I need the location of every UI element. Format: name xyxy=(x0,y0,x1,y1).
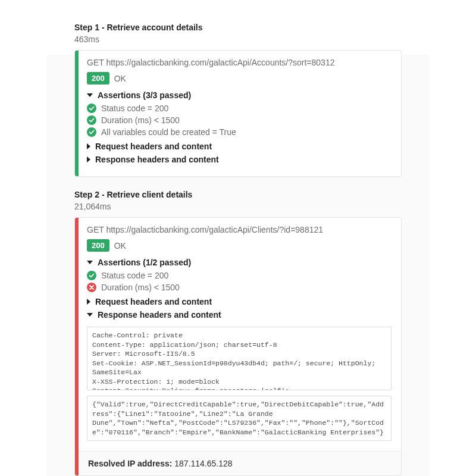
chevron-down-icon xyxy=(87,261,93,264)
request-headers-toggle[interactable]: Request headers and content xyxy=(87,142,392,151)
step-2-card: GET https://galacticbanking.com/galactic… xyxy=(74,217,402,476)
assertion-text: Status code = 200 xyxy=(101,271,168,280)
resolved-ip-row: Resolved IP address: 187.114.65.128 xyxy=(79,451,401,475)
resolved-ip-label: Resolved IP address: xyxy=(88,459,172,468)
assertion-row: Duration (ms) < 1500 xyxy=(87,283,392,292)
request-headers-label: Request headers and content xyxy=(95,297,212,306)
step-2-card-inner: GET https://galacticbanking.com/galactic… xyxy=(75,218,401,475)
content: Step 1 - Retrieve account details 463ms … xyxy=(0,23,476,476)
step-1-duration: 463ms xyxy=(74,35,402,44)
step-1-card-inner: GET https://galacticbanking.com/galactic… xyxy=(75,51,401,176)
chevron-right-icon xyxy=(87,299,90,305)
step-1-request-line: GET https://galacticbanking.com/galactic… xyxy=(87,58,392,67)
step-2-title: Step 2 - Retrieve client details xyxy=(74,190,402,199)
response-headers-label: Response headers and content xyxy=(95,155,219,164)
response-body-textbox[interactable] xyxy=(87,396,392,441)
step-2-status-row: 200 OK xyxy=(87,239,392,252)
step-1-card: GET https://galacticbanking.com/galactic… xyxy=(74,50,402,177)
assertion-text: Duration (ms) < 1500 xyxy=(101,115,180,125)
check-icon xyxy=(87,271,96,280)
assertion-text: All variables could be created = True xyxy=(101,127,236,137)
assertions-header-label: Assertions (3/3 passed) xyxy=(98,90,191,100)
request-headers-toggle[interactable]: Request headers and content xyxy=(87,297,392,306)
assertions-header-label: Assertions (1/2 passed) xyxy=(98,258,191,267)
chevron-down-icon xyxy=(87,93,93,97)
status-text: OK xyxy=(114,74,126,83)
assertion-row: Status code = 200 xyxy=(87,271,392,280)
assertion-row: Duration (ms) < 1500 xyxy=(87,115,392,125)
resolved-ip-value: 187.114.65.128 xyxy=(172,459,232,468)
assertions-toggle[interactable]: Assertions (3/3 passed) xyxy=(87,90,392,100)
check-icon xyxy=(87,115,96,125)
step-2-request-line: GET https://galacticbanking.com/galactic… xyxy=(87,225,392,234)
status-text: OK xyxy=(114,241,126,250)
fail-icon xyxy=(87,283,96,292)
assertion-row: All variables could be created = True xyxy=(87,127,392,137)
request-headers-label: Request headers and content xyxy=(95,142,212,151)
assertion-row: Status code = 200 xyxy=(87,104,392,113)
assertions-list: Status code = 200 Duration (ms) < 1500 xyxy=(87,271,392,292)
check-icon xyxy=(87,127,96,137)
step-2-duration: 21,064ms xyxy=(74,202,402,211)
chevron-right-icon xyxy=(87,156,90,162)
status-code-badge: 200 xyxy=(87,239,109,252)
step-1-status-row: 200 OK xyxy=(87,72,392,84)
status-code-badge: 200 xyxy=(87,72,109,84)
chevron-down-icon xyxy=(87,313,93,317)
chevron-right-icon xyxy=(87,143,90,149)
response-headers-textbox[interactable] xyxy=(87,327,392,390)
step-1-title: Step 1 - Retrieve account details xyxy=(74,23,402,32)
response-headers-label: Response headers and content xyxy=(98,310,221,320)
check-icon xyxy=(87,104,96,113)
assertion-text: Status code = 200 xyxy=(101,104,168,113)
assertions-toggle[interactable]: Assertions (1/2 passed) xyxy=(87,258,392,267)
assertion-text: Duration (ms) < 1500 xyxy=(101,283,180,292)
response-headers-toggle[interactable]: Response headers and content xyxy=(87,310,392,320)
assertions-list: Status code = 200 Duration (ms) < 1500 A… xyxy=(87,104,392,137)
response-headers-toggle[interactable]: Response headers and content xyxy=(87,155,392,164)
